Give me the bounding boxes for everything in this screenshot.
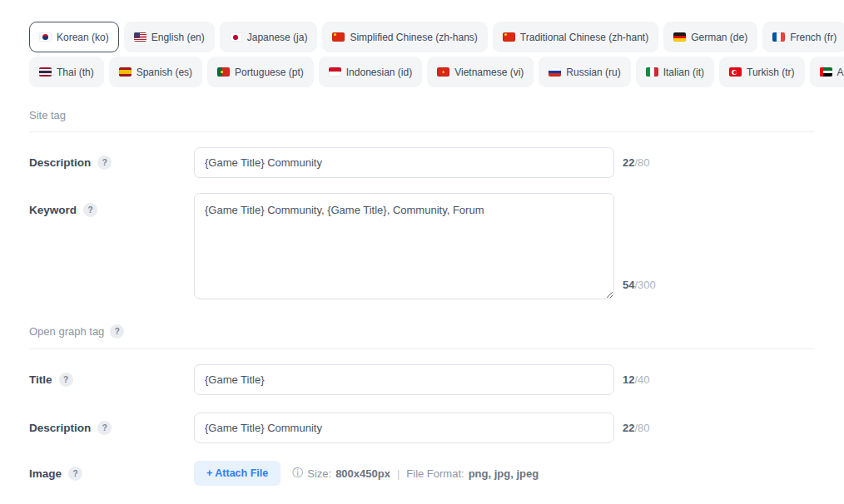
language-pill-turkish[interactable]: Turkish (tr) (719, 57, 805, 87)
language-pill-thai[interactable]: Thai (th) (29, 57, 104, 87)
language-pill-label: Vietnamese (vi) (454, 67, 524, 78)
flag-china-icon (332, 32, 345, 42)
language-pill-traditional-chinese[interactable]: Traditional Chinese (zh-hant) (493, 22, 658, 52)
help-icon[interactable]: ? (97, 421, 112, 435)
language-pill-label: French (fr) (790, 32, 837, 43)
flag-thailand-icon (39, 67, 52, 77)
language-pill-label: English (en) (151, 32, 205, 43)
site-description-input[interactable] (194, 147, 614, 178)
site-keyword-label: Keyword (29, 204, 77, 216)
language-pill-label: Indonesian (id) (346, 67, 412, 78)
site-tag-heading-label: Site tag (29, 109, 66, 121)
language-pill-portuguese[interactable]: Portuguese (pt) (207, 57, 314, 87)
language-pill-label: Japanese (ja) (247, 32, 308, 43)
site-keyword-row: Keyword ? {Game Title} Community, {Game … (29, 193, 815, 299)
help-icon[interactable]: ? (97, 156, 112, 170)
language-pill-label: Spanish (es) (137, 67, 192, 78)
language-pill-indonesian[interactable]: Indonesian (id) (319, 57, 422, 87)
language-pill-label: Portuguese (pt) (235, 67, 304, 78)
language-tabs-row-1: Korean (ko) English (en) Japanese (ja) S… (29, 22, 815, 52)
image-format-value: png, jpg, jpeg (469, 467, 539, 480)
seo-settings-page: Korean (ko) English (en) Japanese (ja) S… (0, 0, 844, 486)
char-count-limit: /80 (634, 156, 649, 169)
site-description-label-group: Description ? (29, 156, 194, 170)
og-description-row: Description ? 22/80 (29, 413, 815, 443)
language-pill-vietnamese[interactable]: Vietnamese (vi) (427, 57, 534, 87)
language-pill-label: Turkish (tr) (747, 67, 795, 78)
language-pill-label: Russian (ru) (566, 67, 620, 78)
og-title-row: Title ? 12/40 (29, 364, 815, 395)
flag-china-icon (503, 32, 515, 42)
flag-russia-icon (549, 67, 561, 77)
help-icon[interactable]: ? (59, 373, 73, 387)
site-keyword-label-group: Keyword ? (29, 193, 194, 217)
flag-france-icon (772, 32, 785, 42)
language-pill-spanish[interactable]: Spanish (es) (109, 57, 202, 87)
language-pill-japanese[interactable]: Japanese (ja) (220, 22, 318, 52)
flag-spain-icon (119, 67, 132, 77)
char-count-limit: /300 (634, 279, 655, 291)
language-pill-korean[interactable]: Korean (ko) (29, 22, 119, 52)
og-description-input[interactable] (194, 413, 614, 443)
image-size-label: Size: (307, 467, 331, 480)
og-image-label-group: Image ? (29, 467, 194, 481)
og-image-field: + Attach File ⓘ Size: 800x450px | File F… (194, 461, 539, 486)
language-pill-italian[interactable]: Italian (it) (636, 57, 714, 87)
og-description-label-group: Description ? (29, 421, 194, 435)
language-pill-arabic[interactable]: Arabic (ar) (810, 57, 844, 87)
char-count-current: 54 (623, 279, 634, 291)
language-pill-label: Traditional Chinese (zh-hant) (520, 32, 648, 43)
section-divider (29, 131, 815, 132)
flag-portugal-icon (217, 67, 230, 77)
language-pill-label: German (de) (691, 32, 747, 43)
language-tabs-row-2: Thai (th) Spanish (es) Portuguese (pt) I… (29, 57, 815, 87)
open-graph-heading-label: Open graph tag (29, 325, 104, 338)
help-icon[interactable]: ? (110, 324, 124, 338)
language-pill-label: Simplified Chinese (zh-hans) (350, 32, 477, 43)
flag-korea-icon (39, 32, 52, 42)
char-counter: 22/80 (623, 156, 650, 169)
language-pill-label: Arabic (ar) (837, 67, 844, 78)
info-separator: | (395, 467, 402, 480)
og-title-label-group: Title ? (29, 373, 194, 387)
section-divider (29, 348, 815, 349)
site-description-row: Description ? 22/80 (29, 147, 815, 178)
char-count-current: 22 (623, 422, 634, 434)
site-description-label: Description (29, 156, 91, 169)
char-counter: 12/40 (623, 373, 650, 386)
language-pill-label: Italian (it) (663, 67, 704, 78)
language-pill-label: Korean (ko) (57, 32, 109, 43)
site-tag-section-heading: Site tag (29, 109, 815, 121)
og-description-label: Description (29, 422, 91, 434)
char-count-limit: /40 (634, 373, 649, 386)
language-pill-german[interactable]: German (de) (663, 22, 757, 52)
flag-usa-icon (134, 32, 146, 42)
language-pill-french[interactable]: French (fr) (762, 22, 844, 52)
image-size-value: 800x450px (335, 467, 390, 480)
language-pill-simplified-chinese[interactable]: Simplified Chinese (zh-hans) (322, 22, 487, 52)
open-graph-section-heading: Open graph tag ? (29, 324, 815, 338)
language-tabs: Korean (ko) English (en) Japanese (ja) S… (29, 22, 815, 87)
og-image-row: Image ? + Attach File ⓘ Size: 800x450px … (29, 461, 815, 486)
og-title-input[interactable] (194, 364, 614, 395)
language-pill-russian[interactable]: Russian (ru) (539, 57, 630, 87)
char-count-current: 22 (623, 156, 634, 169)
flag-vietnam-icon (437, 67, 449, 77)
og-image-label: Image (29, 467, 62, 480)
char-counter: 22/80 (623, 422, 650, 434)
char-count-current: 12 (623, 373, 634, 386)
flag-italy-icon (646, 67, 658, 77)
flag-uae-icon (820, 67, 832, 77)
flag-germany-icon (673, 32, 686, 42)
help-icon[interactable]: ? (83, 203, 97, 217)
image-format-label: File Format: (406, 467, 464, 480)
language-pill-english[interactable]: English (en) (124, 22, 215, 52)
site-keyword-textarea[interactable]: {Game Title} Community, {Game Title}, Co… (194, 193, 614, 299)
og-title-label: Title (29, 373, 52, 386)
flag-indonesia-icon (329, 67, 341, 77)
language-pill-label: Thai (th) (57, 67, 94, 78)
char-count-limit: /80 (634, 422, 649, 434)
attach-file-button[interactable]: + Attach File (194, 461, 281, 486)
image-requirements-text: ⓘ Size: 800x450px | File Format: png, jp… (292, 466, 539, 481)
help-icon[interactable]: ? (68, 467, 82, 481)
